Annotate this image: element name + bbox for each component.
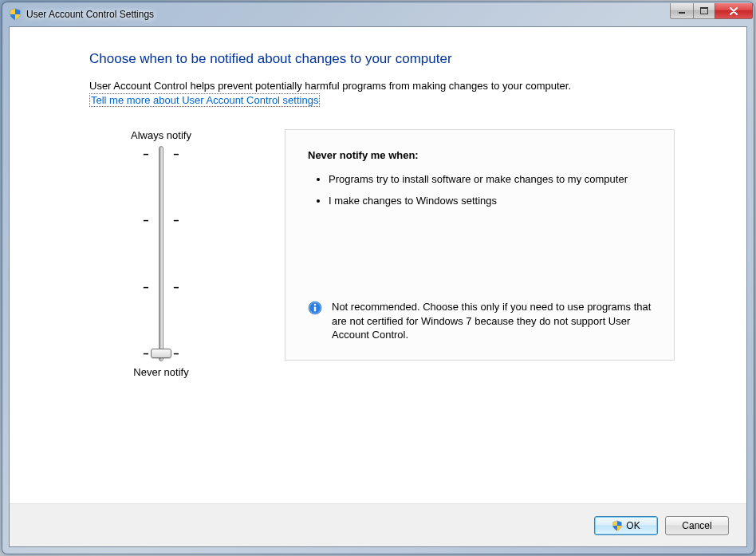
detail-bullet: I make changes to Windows settings [329,194,652,208]
slider-bottom-label: Never notify [101,366,221,378]
detail-heading: Never notify me when: [308,149,652,161]
cancel-button-label: Cancel [682,520,711,531]
learn-more-link[interactable]: Tell me more about User Account Control … [89,93,320,107]
close-button[interactable] [715,3,753,19]
svg-point-5 [314,304,317,306]
svg-rect-2 [700,7,708,9]
info-icon [308,301,322,315]
content-area: Choose when to be notified about changes… [10,27,746,503]
notification-slider-column: Always notify –– –– –– –– Never notify [101,129,221,383]
page-description: User Account Control helps prevent poten… [89,80,675,93]
svg-rect-6 [314,307,316,312]
window-client-area: Choose when to be notified about changes… [9,26,747,547]
slider-top-label: Always notify [101,129,221,141]
page-heading: Choose when to be notified about changes… [89,51,675,67]
warning-text: Not recommended. Choose this only if you… [332,300,652,342]
cancel-button[interactable]: Cancel [665,516,729,535]
window-title: User Account Control Settings [26,9,154,20]
maximize-button[interactable] [693,3,715,19]
titlebar[interactable]: User Account Control Settings [2,2,754,26]
uac-settings-window: User Account Control Settings Choose whe… [2,2,754,554]
notification-detail-panel: Never notify me when: Programs try to in… [285,129,675,361]
uac-shield-icon [612,520,623,531]
uac-shield-icon [9,8,22,21]
minimize-button[interactable] [670,3,694,19]
detail-bullet-list: Programs try to install software or make… [308,172,652,216]
svg-rect-0 [679,12,685,14]
ok-button-label: OK [626,520,640,531]
slider-thumb[interactable] [151,349,171,358]
ok-button[interactable]: OK [594,516,658,535]
notification-slider[interactable]: –– –– –– –– [137,146,185,361]
button-bar: OK Cancel [10,503,746,546]
window-controls [671,3,753,19]
detail-bullet: Programs try to install software or make… [329,172,652,187]
